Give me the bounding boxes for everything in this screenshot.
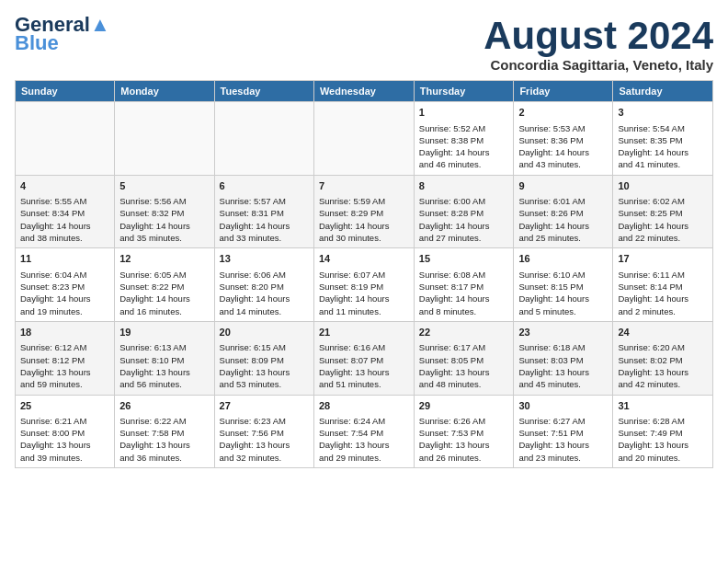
page-header: General▲ Blue August 2024 Concordia Sagi… [15,15,713,73]
day-info: Sunrise: 6:07 AM Sunset: 8:19 PM Dayligh… [319,269,409,317]
calendar-cell: 30Sunrise: 6:27 AM Sunset: 7:51 PM Dayli… [514,395,613,468]
day-info: Sunrise: 6:18 AM Sunset: 8:03 PM Dayligh… [518,341,608,390]
day-info: Sunrise: 5:53 AM Sunset: 8:36 PM Dayligh… [518,122,608,171]
calendar-cell: 26Sunrise: 6:22 AM Sunset: 7:58 PM Dayli… [115,395,214,468]
calendar-cell: 15Sunrise: 6:08 AM Sunset: 8:17 PM Dayli… [414,248,514,322]
calendar-cell: 22Sunrise: 6:17 AM Sunset: 8:05 PM Dayli… [414,321,514,395]
day-info: Sunrise: 6:23 AM Sunset: 7:56 PM Dayligh… [220,415,309,464]
calendar-cell: 18Sunrise: 6:12 AM Sunset: 8:12 PM Dayli… [16,321,115,395]
day-number: 18 [20,326,109,339]
weekday-header-thursday: Thursday [414,81,514,102]
day-number: 9 [518,179,608,193]
day-info: Sunrise: 6:24 AM Sunset: 7:54 PM Dayligh… [319,415,409,464]
day-number: 15 [419,252,509,266]
day-number: 3 [618,106,708,120]
calendar-week-row: 1Sunrise: 5:52 AM Sunset: 8:38 PM Daylig… [16,102,713,176]
day-number: 28 [319,399,409,413]
day-number: 20 [220,326,309,339]
logo-blue: Blue [15,33,59,53]
calendar-cell: 23Sunrise: 6:18 AM Sunset: 8:03 PM Dayli… [514,321,613,395]
calendar-week-row: 18Sunrise: 6:12 AM Sunset: 8:12 PM Dayli… [16,321,713,395]
weekday-header-tuesday: Tuesday [214,81,313,102]
calendar-week-row: 25Sunrise: 6:21 AM Sunset: 8:00 PM Dayli… [16,395,713,468]
day-number: 26 [119,399,209,413]
day-info: Sunrise: 6:20 AM Sunset: 8:02 PM Dayligh… [618,341,708,390]
day-info: Sunrise: 6:28 AM Sunset: 7:49 PM Dayligh… [618,415,708,464]
calendar-cell: 6Sunrise: 5:57 AM Sunset: 8:31 PM Daylig… [214,175,313,248]
day-info: Sunrise: 6:21 AM Sunset: 8:00 PM Dayligh… [20,415,109,464]
location: Concordia Sagittaria, Veneto, Italy [483,57,713,73]
day-number: 6 [220,179,309,193]
day-number: 12 [119,252,209,266]
calendar-table: SundayMondayTuesdayWednesdayThursdayFrid… [15,80,713,468]
calendar-cell: 10Sunrise: 6:02 AM Sunset: 8:25 PM Dayli… [613,175,713,248]
weekday-header-wednesday: Wednesday [313,81,414,102]
weekday-header-saturday: Saturday [613,81,713,102]
day-number: 25 [20,399,109,413]
calendar-cell [16,102,115,176]
day-info: Sunrise: 5:59 AM Sunset: 8:29 PM Dayligh… [319,195,409,244]
calendar-cell [313,102,414,176]
day-number: 8 [419,179,509,193]
day-number: 19 [119,326,209,339]
day-number: 22 [419,326,509,339]
month-title: August 2024 [483,15,713,57]
weekday-header-sunday: Sunday [16,81,115,102]
day-number: 13 [220,252,309,266]
calendar-cell: 14Sunrise: 6:07 AM Sunset: 8:19 PM Dayli… [313,248,414,322]
day-number: 10 [618,179,708,193]
calendar-cell: 7Sunrise: 5:59 AM Sunset: 8:29 PM Daylig… [313,175,414,248]
calendar-cell: 8Sunrise: 6:00 AM Sunset: 8:28 PM Daylig… [414,175,514,248]
logo: General▲ Blue [15,15,110,53]
day-info: Sunrise: 5:55 AM Sunset: 8:34 PM Dayligh… [20,195,109,244]
day-number: 14 [319,252,409,266]
day-info: Sunrise: 6:05 AM Sunset: 8:22 PM Dayligh… [119,269,209,317]
day-number: 17 [618,252,708,266]
calendar-cell: 12Sunrise: 6:05 AM Sunset: 8:22 PM Dayli… [115,248,214,322]
calendar-body: 1Sunrise: 5:52 AM Sunset: 8:38 PM Daylig… [16,102,713,468]
day-info: Sunrise: 6:11 AM Sunset: 8:14 PM Dayligh… [618,269,708,317]
day-info: Sunrise: 5:52 AM Sunset: 8:38 PM Dayligh… [419,122,509,171]
calendar-cell: 19Sunrise: 6:13 AM Sunset: 8:10 PM Dayli… [115,321,214,395]
calendar-cell: 21Sunrise: 6:16 AM Sunset: 8:07 PM Dayli… [313,321,414,395]
day-number: 7 [319,179,409,193]
day-info: Sunrise: 6:26 AM Sunset: 7:53 PM Dayligh… [419,415,509,464]
weekday-header-monday: Monday [115,81,214,102]
calendar-cell: 29Sunrise: 6:26 AM Sunset: 7:53 PM Dayli… [414,395,514,468]
calendar-week-row: 4Sunrise: 5:55 AM Sunset: 8:34 PM Daylig… [16,175,713,248]
day-info: Sunrise: 6:16 AM Sunset: 8:07 PM Dayligh… [319,341,409,390]
day-number: 1 [419,106,509,120]
calendar-cell: 24Sunrise: 6:20 AM Sunset: 8:02 PM Dayli… [613,321,713,395]
calendar-cell: 20Sunrise: 6:15 AM Sunset: 8:09 PM Dayli… [214,321,313,395]
weekday-header-friday: Friday [514,81,613,102]
day-number: 11 [20,252,109,266]
day-info: Sunrise: 6:15 AM Sunset: 8:09 PM Dayligh… [220,341,309,390]
day-number: 21 [319,326,409,339]
day-number: 27 [220,399,309,413]
calendar-cell: 31Sunrise: 6:28 AM Sunset: 7:49 PM Dayli… [613,395,713,468]
calendar-cell: 4Sunrise: 5:55 AM Sunset: 8:34 PM Daylig… [16,175,115,248]
calendar-cell: 2Sunrise: 5:53 AM Sunset: 8:36 PM Daylig… [514,102,613,176]
calendar-cell: 1Sunrise: 5:52 AM Sunset: 8:38 PM Daylig… [414,102,514,176]
calendar-header-row: SundayMondayTuesdayWednesdayThursdayFrid… [16,81,713,102]
day-info: Sunrise: 6:04 AM Sunset: 8:23 PM Dayligh… [20,269,109,317]
day-info: Sunrise: 6:27 AM Sunset: 7:51 PM Dayligh… [518,415,608,464]
day-number: 16 [518,252,608,266]
calendar-cell: 5Sunrise: 5:56 AM Sunset: 8:32 PM Daylig… [115,175,214,248]
day-info: Sunrise: 6:08 AM Sunset: 8:17 PM Dayligh… [419,269,509,317]
calendar-cell: 9Sunrise: 6:01 AM Sunset: 8:26 PM Daylig… [514,175,613,248]
day-info: Sunrise: 6:12 AM Sunset: 8:12 PM Dayligh… [20,341,109,390]
day-info: Sunrise: 6:22 AM Sunset: 7:58 PM Dayligh… [119,415,209,464]
day-number: 31 [618,399,708,413]
day-info: Sunrise: 6:01 AM Sunset: 8:26 PM Dayligh… [518,195,608,244]
calendar-cell: 3Sunrise: 5:54 AM Sunset: 8:35 PM Daylig… [613,102,713,176]
day-number: 2 [518,106,608,120]
day-number: 23 [518,326,608,339]
day-number: 5 [119,179,209,193]
title-block: August 2024 Concordia Sagittaria, Veneto… [483,15,713,73]
day-info: Sunrise: 6:02 AM Sunset: 8:25 PM Dayligh… [618,195,708,244]
calendar-cell: 25Sunrise: 6:21 AM Sunset: 8:00 PM Dayli… [16,395,115,468]
calendar-cell: 16Sunrise: 6:10 AM Sunset: 8:15 PM Dayli… [514,248,613,322]
calendar-cell: 17Sunrise: 6:11 AM Sunset: 8:14 PM Dayli… [613,248,713,322]
calendar-cell: 11Sunrise: 6:04 AM Sunset: 8:23 PM Dayli… [16,248,115,322]
